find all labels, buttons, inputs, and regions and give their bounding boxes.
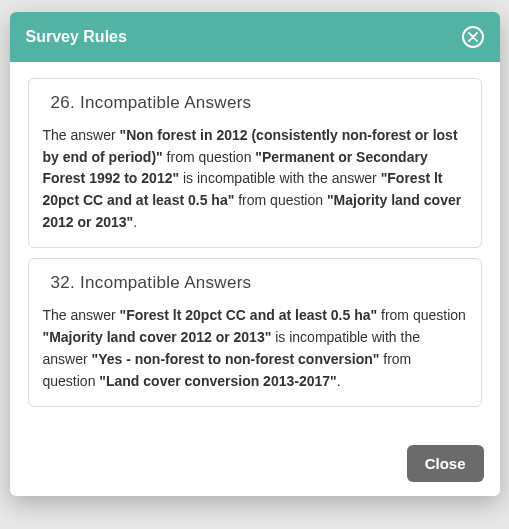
close-icon[interactable]: [462, 26, 484, 48]
rule-number: 26: [51, 93, 71, 112]
rule-title: 32. Incompatible Answers: [51, 273, 467, 293]
modal-overlay: Survey Rules 26. Incompatible Answers Th…: [0, 0, 509, 529]
rule-text-part: from question: [234, 192, 327, 208]
rule-card: 32. Incompatible Answers The answer "For…: [28, 258, 482, 407]
rule-answer: "Forest lt 20pct CC and at least 0.5 ha": [120, 307, 378, 323]
rule-heading: Incompatible Answers: [80, 93, 251, 112]
rule-number: 32: [51, 273, 71, 292]
rule-text-part: from question: [163, 149, 256, 165]
rule-question: "Land cover conversion 2013-2017": [99, 373, 336, 389]
survey-rules-modal: Survey Rules 26. Incompatible Answers Th…: [10, 12, 500, 496]
rule-question: "Majority land cover 2012 or 2013": [43, 329, 272, 345]
modal-title: Survey Rules: [26, 28, 127, 46]
modal-header: Survey Rules: [10, 12, 500, 62]
rule-text-part: .: [133, 214, 137, 230]
rule-text-part: .: [337, 373, 341, 389]
modal-footer: Close: [10, 433, 500, 496]
rule-text-part: The answer: [43, 127, 120, 143]
x-icon: [468, 32, 478, 42]
rule-title: 26. Incompatible Answers: [51, 93, 467, 113]
rule-text-part: The answer: [43, 307, 120, 323]
modal-body: 26. Incompatible Answers The answer "Non…: [10, 62, 500, 433]
rule-text-part: is incompatible with the answer: [179, 170, 381, 186]
rule-text: The answer "Forest lt 20pct CC and at le…: [43, 305, 467, 392]
close-button[interactable]: Close: [407, 445, 484, 482]
rule-card: 26. Incompatible Answers The answer "Non…: [28, 78, 482, 248]
rule-answer: "Yes - non-forest to non-forest conversi…: [92, 351, 380, 367]
rule-text-part: from question: [377, 307, 466, 323]
rule-text: The answer "Non forest in 2012 (consiste…: [43, 125, 467, 233]
rule-heading: Incompatible Answers: [80, 273, 251, 292]
